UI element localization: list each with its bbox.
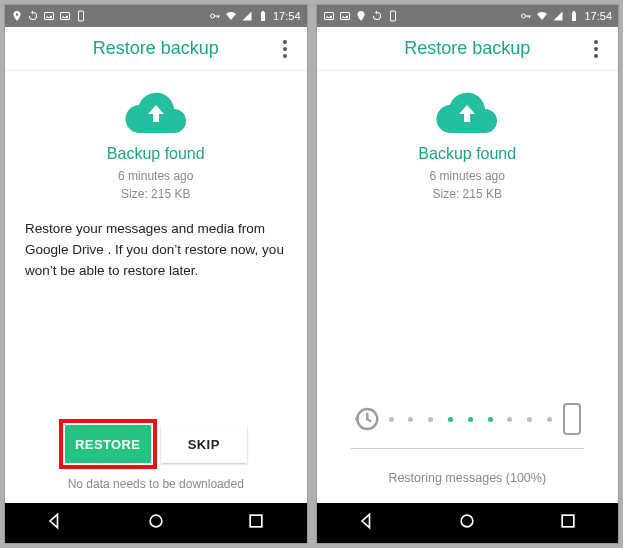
svg-point-11 (522, 14, 526, 18)
nav-bar (5, 503, 307, 543)
svg-rect-4 (261, 12, 265, 21)
footer-note: No data needs to be downloaded (68, 477, 244, 491)
device-icon (387, 10, 399, 22)
nav-home-button[interactable] (146, 511, 166, 535)
status-bar: 17:54 (317, 5, 619, 27)
key-icon (520, 10, 532, 22)
location-icon (11, 10, 23, 22)
backup-meta: 6 minutes ago Size: 215 KB (118, 167, 193, 203)
svg-rect-12 (572, 12, 576, 21)
nav-recent-button[interactable] (246, 511, 266, 535)
restore-description: Restore your messages and media from Goo… (21, 219, 291, 282)
backup-size: Size: 215 KB (430, 185, 505, 203)
overflow-menu-button[interactable] (273, 34, 297, 64)
image-icon (339, 10, 351, 22)
phone-left: 17:54 Restore backup Backup found 6 minu… (4, 4, 308, 544)
restore-status: Restoring messages (100%) (345, 471, 591, 485)
device-icon (75, 10, 87, 22)
nav-back-button[interactable] (45, 511, 65, 535)
backup-age: 6 minutes ago (118, 167, 193, 185)
image-icon (43, 10, 55, 22)
battery-icon (568, 10, 580, 22)
progress-area: Restoring messages (100%) (333, 402, 603, 503)
content-area: Backup found 6 minutes ago Size: 215 KB … (317, 71, 619, 503)
svg-rect-2 (79, 11, 84, 21)
backup-found-label: Backup found (107, 145, 205, 163)
nav-recent-button[interactable] (558, 511, 578, 535)
wifi-icon (536, 10, 548, 22)
cloud-upload-icon (434, 89, 500, 137)
backup-size: Size: 215 KB (118, 185, 193, 203)
svg-point-6 (150, 515, 162, 527)
backup-age: 6 minutes ago (430, 167, 505, 185)
svg-rect-1 (61, 13, 70, 20)
svg-rect-13 (573, 11, 575, 12)
signal-icon (241, 10, 253, 22)
refresh-icon (371, 10, 383, 22)
svg-point-16 (461, 515, 473, 527)
button-row: RESTORE SKIP (65, 425, 247, 463)
image-icon (323, 10, 335, 22)
svg-rect-9 (340, 13, 349, 20)
clock: 17:54 (273, 10, 301, 22)
svg-point-3 (210, 14, 214, 18)
content-area: Backup found 6 minutes ago Size: 215 KB … (5, 71, 307, 503)
history-icon (351, 404, 381, 434)
svg-rect-10 (390, 11, 395, 21)
nav-bar (317, 503, 619, 543)
restore-button[interactable]: RESTORE (65, 425, 151, 463)
phone-icon (560, 402, 584, 436)
battery-icon (257, 10, 269, 22)
title-bar: Restore backup (317, 27, 619, 71)
location-icon (355, 10, 367, 22)
svg-rect-0 (45, 13, 54, 20)
signal-icon (552, 10, 564, 22)
phone-right: 17:54 Restore backup Backup found 6 minu… (316, 4, 620, 544)
backup-found-label: Backup found (418, 145, 516, 163)
image-icon (59, 10, 71, 22)
wifi-icon (225, 10, 237, 22)
cloud-upload-icon (123, 89, 189, 137)
page-title: Restore backup (351, 38, 585, 59)
backup-meta: 6 minutes ago Size: 215 KB (430, 167, 505, 203)
title-bar: Restore backup (5, 27, 307, 71)
clock: 17:54 (584, 10, 612, 22)
svg-rect-17 (562, 515, 574, 527)
skip-button[interactable]: SKIP (161, 425, 247, 463)
nav-back-button[interactable] (357, 511, 377, 535)
key-icon (209, 10, 221, 22)
nav-home-button[interactable] (457, 511, 477, 535)
svg-rect-8 (324, 13, 333, 20)
svg-rect-15 (564, 404, 580, 434)
status-bar: 17:54 (5, 5, 307, 27)
page-title: Restore backup (39, 38, 273, 59)
svg-rect-5 (262, 11, 264, 12)
svg-rect-7 (250, 515, 262, 527)
overflow-menu-button[interactable] (584, 34, 608, 64)
refresh-icon (27, 10, 39, 22)
